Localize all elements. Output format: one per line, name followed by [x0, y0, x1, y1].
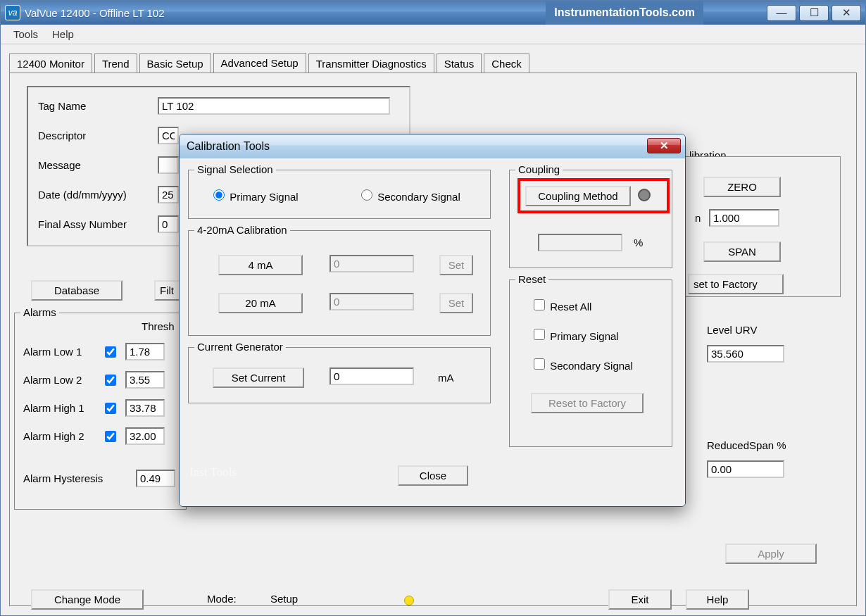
- help-button[interactable]: Help: [686, 589, 749, 610]
- reset-all-text: Reset All: [550, 301, 591, 313]
- window-controls: — ☐ ✕: [767, 5, 861, 21]
- minimize-button[interactable]: —: [767, 5, 796, 21]
- primary-signal-radio-label[interactable]: Primary Signal: [210, 187, 299, 203]
- tab-check[interactable]: Check: [484, 54, 529, 73]
- secondary-signal-radio[interactable]: [361, 189, 372, 201]
- message-label: Message: [38, 159, 158, 171]
- status-indicator-icon: [404, 596, 414, 605]
- alarm-low2-checkbox[interactable]: [105, 375, 116, 386]
- maximize-button[interactable]: ☐: [799, 5, 829, 21]
- current-value-input[interactable]: [330, 367, 414, 385]
- alarm-hysteresis-label: Alarm Hysteresis: [23, 472, 136, 484]
- final-assy-input[interactable]: [158, 215, 179, 233]
- reduced-span-input[interactable]: [707, 460, 784, 478]
- reset-secondary-checkbox-label[interactable]: Secondary Signal: [531, 356, 633, 372]
- alarms-group-title: Alarms: [20, 306, 59, 318]
- current-generator-group: Current Generator Set Current mA: [188, 347, 491, 403]
- reset-all-checkbox[interactable]: [534, 299, 545, 310]
- zero-button[interactable]: ZERO: [703, 177, 781, 197]
- alarm-hysteresis-value[interactable]: [136, 470, 175, 487]
- descriptor-label: Descriptor: [38, 130, 158, 142]
- close-button[interactable]: ✕: [832, 5, 861, 21]
- title-bar: va ValVue 12400 - Offline LT 102 Instrum…: [1, 1, 865, 25]
- alarm-high2-checkbox[interactable]: [105, 431, 116, 442]
- dialog-close-action-button[interactable]: Close: [398, 465, 468, 486]
- alarms-group: Alarms Thresh Alarm Low 1 Alarm Low 2 Al…: [14, 313, 187, 510]
- menu-bar: Tools Help: [1, 25, 865, 44]
- mode-label: Mode:: [207, 593, 237, 605]
- current-generator-title: Current Generator: [194, 341, 286, 353]
- alarm-low1-checkbox[interactable]: [105, 346, 116, 358]
- 4ma-set-button[interactable]: Set: [439, 255, 473, 275]
- alarm-high2-label: Alarm High 2: [23, 430, 102, 442]
- coupling-pct-unit: %: [634, 237, 643, 249]
- tag-name-input[interactable]: [158, 97, 390, 115]
- tab-12400-monitor[interactable]: 12400 Monitor: [9, 54, 92, 73]
- span-button[interactable]: SPAN: [703, 241, 781, 262]
- coupling-pct-value: [538, 234, 622, 251]
- reset-all-checkbox-label[interactable]: Reset All: [531, 297, 591, 313]
- reset-to-factory-button[interactable]: set to Factory: [688, 274, 784, 294]
- calibration-4-20-group: 4-20mA Calibration 4 mA Set 20 mA Set: [188, 230, 491, 336]
- exit-button[interactable]: Exit: [608, 589, 672, 610]
- alarm-low2-value[interactable]: [125, 371, 165, 389]
- coupling-method-highlight: [517, 178, 670, 213]
- alarm-low1-value[interactable]: [125, 343, 165, 360]
- dialog-body: Signal Selection Primary Signal Secondar…: [180, 158, 685, 506]
- reset-group: Reset Reset All Primary Signal Secondary…: [509, 279, 672, 447]
- signal-selection-group: Signal Selection Primary Signal Secondar…: [188, 170, 491, 219]
- 20ma-button[interactable]: 20 mA: [218, 293, 303, 313]
- filter-button[interactable]: Filt: [154, 280, 181, 301]
- tab-trend[interactable]: Trend: [94, 54, 137, 73]
- reset-to-factory-dialog-button[interactable]: Reset to Factory: [531, 393, 644, 413]
- reset-secondary-text: Secondary Signal: [550, 360, 633, 372]
- menu-tools[interactable]: Tools: [6, 25, 45, 43]
- calibration-group: ZERO n SPAN set to Factory: [682, 156, 841, 297]
- set-current-button[interactable]: Set Current: [213, 367, 304, 388]
- message-input[interactable]: [158, 156, 179, 174]
- tab-basic-setup[interactable]: Basic Setup: [139, 54, 211, 73]
- tab-transmitter-diagnostics[interactable]: Transmitter Diagnostics: [308, 54, 434, 73]
- alarm-high1-checkbox[interactable]: [105, 403, 116, 414]
- primary-signal-text: Primary Signal: [230, 191, 299, 203]
- reset-title: Reset: [515, 273, 548, 285]
- secondary-signal-text: Secondary Signal: [377, 191, 460, 203]
- final-assy-label: Final Assy Number: [38, 218, 158, 230]
- change-mode-button[interactable]: Change Mode: [31, 589, 144, 610]
- calibration-factor-input[interactable]: [709, 209, 779, 227]
- 20ma-set-button[interactable]: Set: [439, 293, 473, 313]
- calibration-tools-dialog: Calibration Tools ✕ Signal Selection Pri…: [179, 134, 686, 507]
- watermark-label: InstrumentationTools.com: [546, 1, 703, 25]
- app-icon: va: [5, 5, 20, 20]
- reset-primary-text: Primary Signal: [550, 330, 619, 342]
- alarm-high1-value[interactable]: [125, 399, 165, 417]
- primary-signal-radio[interactable]: [213, 189, 225, 201]
- calibration-4-20-title: 4-20mA Calibration: [194, 224, 290, 236]
- dialog-close-button[interactable]: ✕: [647, 138, 681, 153]
- apply-button[interactable]: Apply: [725, 543, 817, 564]
- current-unit: mA: [438, 372, 454, 384]
- secondary-signal-radio-label[interactable]: Secondary Signal: [358, 187, 460, 203]
- level-urv-input[interactable]: [707, 345, 784, 363]
- tab-advanced-setup[interactable]: Advanced Setup: [213, 53, 306, 73]
- alarm-high2-value[interactable]: [125, 427, 165, 445]
- factor-label: n: [695, 212, 701, 224]
- tab-strip: 12400 Monitor Trend Basic Setup Advanced…: [9, 50, 857, 73]
- 4ma-button[interactable]: 4 mA: [218, 255, 303, 275]
- database-button[interactable]: Database: [31, 280, 123, 301]
- date-input[interactable]: [158, 186, 179, 203]
- dialog-title: Calibration Tools: [187, 140, 270, 153]
- menu-help[interactable]: Help: [45, 25, 81, 43]
- reset-primary-checkbox[interactable]: [534, 329, 545, 340]
- reset-secondary-checkbox[interactable]: [534, 358, 545, 370]
- descriptor-input[interactable]: [158, 127, 179, 144]
- main-window: va ValVue 12400 - Offline LT 102 Instrum…: [0, 0, 866, 616]
- alarm-low2-label: Alarm Low 2: [23, 374, 102, 386]
- reset-primary-checkbox-label[interactable]: Primary Signal: [531, 327, 619, 342]
- level-urv-label: Level URV: [707, 324, 757, 336]
- faint-watermark: Inst Tools: [189, 465, 237, 479]
- tab-status[interactable]: Status: [437, 54, 482, 73]
- date-label: Date (dd/mm/yyyy): [38, 189, 158, 201]
- tag-name-label: Tag Name: [38, 100, 158, 112]
- 20ma-value: [330, 293, 414, 310]
